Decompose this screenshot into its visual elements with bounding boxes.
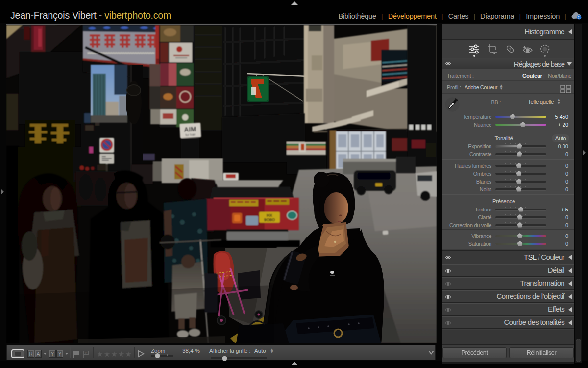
svg-text:9O8O: 9O8O — [264, 217, 275, 222]
svg-text:AIM: AIM — [184, 125, 196, 133]
svg-text:for hair: for hair — [185, 132, 196, 136]
